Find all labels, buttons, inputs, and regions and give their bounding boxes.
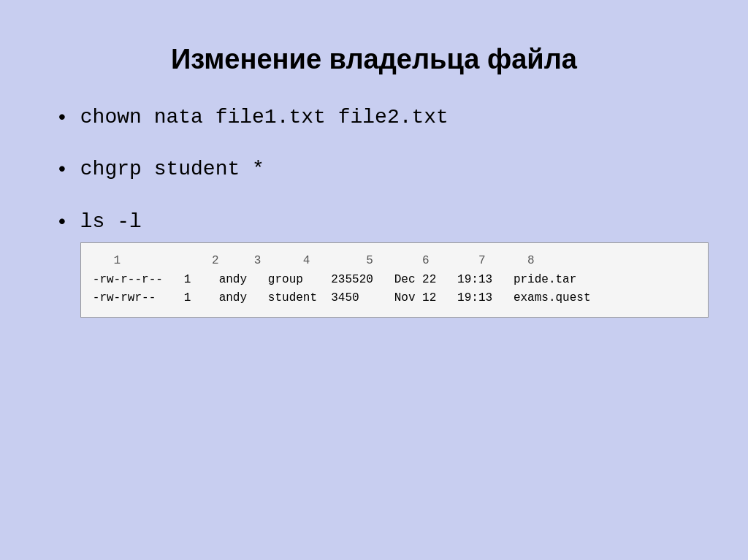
slide-title: Изменение владельца файла bbox=[58, 44, 690, 75]
bullet-item-3: • ls -l 1 2 3 4 5 6 7 8 -rw-r--r-- 1 and… bbox=[58, 209, 690, 318]
terminal-box: 1 2 3 4 5 6 7 8 -rw-r--r-- 1 andy group … bbox=[80, 242, 709, 318]
bullet-dot-3: • bbox=[58, 209, 66, 234]
bullet-dot-1: • bbox=[58, 104, 66, 129]
bullet-list: • chown nata file1.txt file2.txt • chgrp… bbox=[58, 104, 690, 343]
bullet-text-2: chgrp student * bbox=[80, 156, 264, 183]
terminal-header: 1 2 3 4 5 6 7 8 bbox=[93, 252, 696, 271]
bullet-text-3: ls -l bbox=[80, 209, 709, 235]
bullet-item-1: • chown nata file1.txt file2.txt bbox=[58, 104, 690, 131]
bullet-item-2: • chgrp student * bbox=[58, 156, 690, 183]
bullet-dot-2: • bbox=[58, 156, 66, 181]
bullet-text-1: chown nata file1.txt file2.txt bbox=[80, 104, 449, 131]
slide: Изменение владельца файла • chown nata f… bbox=[0, 0, 748, 560]
terminal-row-1: -rw-r--r-- 1 andy group 235520 Dec 22 19… bbox=[93, 271, 696, 290]
terminal-row-2: -rw-rwr-- 1 andy student 3450 Nov 12 19:… bbox=[93, 289, 696, 308]
